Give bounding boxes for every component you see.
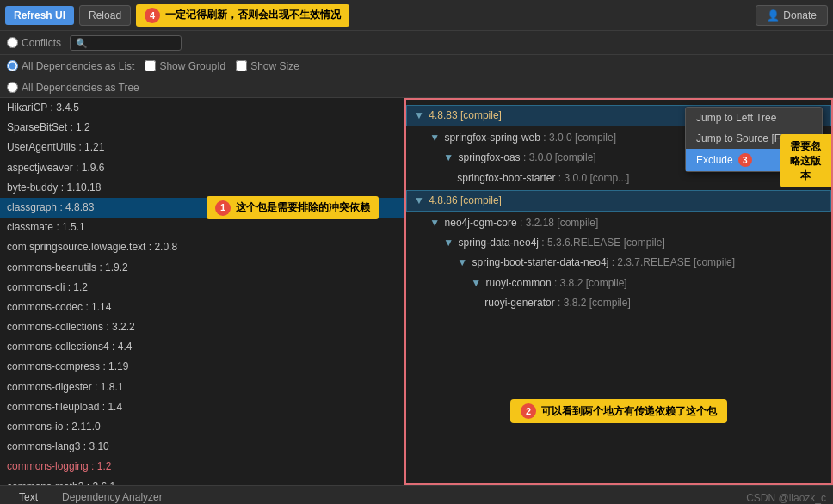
dep-item-io[interactable]: commons-io : 2.11.0 bbox=[0, 417, 404, 437]
donate-icon: 👤 bbox=[767, 9, 780, 22]
left-panel: HikariCP : 3.4.5 SparseBitSet : 1.2 User… bbox=[0, 98, 404, 485]
show-groupid-label[interactable]: Show GroupId bbox=[145, 60, 225, 72]
all-deps-tree-label[interactable]: All Dependencies as Tree bbox=[7, 82, 139, 94]
dep-item-codec[interactable]: commons-codec : 1.14 bbox=[0, 298, 404, 317]
tab-dependency-analyzer[interactable]: Dependency Analyzer bbox=[50, 488, 175, 505]
refresh-button[interactable]: Refresh UI bbox=[5, 6, 74, 25]
dep-item-cli[interactable]: commons-cli : 1.2 bbox=[0, 278, 404, 298]
badge-3: 3 bbox=[738, 153, 752, 167]
dep-item-sparsebitset[interactable]: SparseBitSet : 1.2 bbox=[0, 118, 404, 138]
badge-2: 2 bbox=[521, 403, 536, 419]
conflicts-label: Conflicts bbox=[22, 37, 61, 49]
show-size-text: Show Size bbox=[250, 60, 299, 72]
tab-text[interactable]: Text bbox=[7, 488, 50, 505]
donate-button[interactable]: 👤 Donate bbox=[756, 5, 828, 26]
badge-4: 4 bbox=[145, 8, 160, 23]
radio-list[interactable] bbox=[7, 60, 18, 71]
tree-group-4886[interactable]: ▼ 4.8.86 [compile] bbox=[406, 190, 831, 212]
annotation-1: 1 这个包是需要排除的冲突依赖 bbox=[207, 196, 379, 219]
radio-conflicts: Conflicts bbox=[7, 37, 61, 49]
right-panel: ▼ 4.8.83 [compile] ▼ springfox-spring-we… bbox=[404, 98, 833, 485]
dep-item-hikaricp[interactable]: HikariCP : 3.4.5 bbox=[0, 98, 404, 118]
show-groupid-text: Show GroupId bbox=[159, 60, 225, 72]
all-deps-list-label[interactable]: All Dependencies as List bbox=[7, 60, 134, 72]
radio-tree[interactable] bbox=[7, 82, 18, 93]
dep-item-collections4[interactable]: commons-collections4 : 4.4 bbox=[0, 337, 404, 357]
top-bar: Refresh UI Reload 4 一定记得刷新，否则会出现不生效情况 👤 … bbox=[0, 0, 833, 31]
badge-1: 1 bbox=[215, 200, 231, 216]
tree-node-neo4j-ogm[interactable]: ▼ neo4j-ogm-core : 3.2.18 [compile] bbox=[406, 213, 831, 233]
show-groupid-check[interactable] bbox=[145, 60, 156, 71]
context-jump-left[interactable]: Jump to Left Tree bbox=[686, 108, 822, 128]
dep-item-math3[interactable]: commons-math3 : 3.6.1 bbox=[0, 477, 404, 485]
dep-item-collections[interactable]: commons-collections : 3.2.2 bbox=[0, 317, 404, 337]
dep-item-useragentutils[interactable]: UserAgentUtils : 1.21 bbox=[0, 138, 404, 157]
dep-item-lang3[interactable]: commons-lang3 : 3.10 bbox=[0, 437, 404, 457]
exclude-label: Exclude bbox=[696, 154, 733, 166]
dep-item-classgraph[interactable]: classgraph : 4.8.83 1 这个包是需要排除的冲突依赖 bbox=[0, 198, 404, 218]
annotation-2: 2 可以看到两个地方有传递依赖了这个包 bbox=[510, 399, 727, 423]
tooltip-text: 一定记得刷新，否则会出现不生效情况 bbox=[165, 8, 341, 22]
radio-conflicts-input[interactable] bbox=[7, 37, 18, 48]
tree-node-ruoyi-generator[interactable]: ruoyi-generator : 3.8.2 [compile] bbox=[406, 293, 831, 313]
dep-item-fileupload[interactable]: commons-fileupload : 1.4 bbox=[0, 397, 404, 417]
right-annotation: 需要忽略这版本 bbox=[780, 134, 831, 187]
dep-item-logging[interactable]: commons-logging : 1.2 bbox=[0, 457, 404, 476]
search-input[interactable] bbox=[70, 35, 182, 51]
tree-node-ruoyi-common[interactable]: ▼ ruoyi-common : 3.8.2 [compile] bbox=[406, 274, 831, 293]
tree-node-spring-boot-starter-data-neo4j[interactable]: ▼ spring-boot-starter-data-neo4j : 2.3.7… bbox=[406, 253, 831, 273]
dep-item-digester[interactable]: commons-digester : 1.8.1 bbox=[0, 378, 404, 397]
toolbar-row: Conflicts bbox=[0, 31, 833, 55]
main-content: HikariCP : 3.4.5 SparseBitSet : 1.2 User… bbox=[0, 98, 833, 485]
dep-item-classmate[interactable]: classmate : 1.5.1 bbox=[0, 218, 404, 237]
options-row-1: All Dependencies as List Show GroupId Sh… bbox=[0, 55, 833, 77]
reload-button[interactable]: Reload bbox=[79, 5, 131, 26]
csdn-label: CSDN @liaozk_c bbox=[746, 492, 826, 504]
all-deps-list-text: All Dependencies as List bbox=[22, 60, 134, 72]
donate-label: Donate bbox=[783, 9, 817, 22]
dep-item-compress[interactable]: commons-compress : 1.19 bbox=[0, 357, 404, 377]
tree-node-spring-data-neo4j[interactable]: ▼ spring-data-neo4j : 5.3.6.RELEASE [com… bbox=[406, 233, 831, 253]
show-size-label[interactable]: Show Size bbox=[236, 60, 299, 72]
dep-item-aspectjweaver[interactable]: aspectjweaver : 1.9.6 bbox=[0, 158, 404, 178]
annotation-2-text: 可以看到两个地方有传递依赖了这个包 bbox=[541, 404, 717, 419]
dep-item-bytebuddy[interactable]: byte-buddy : 1.10.18 bbox=[0, 178, 404, 198]
all-deps-tree-text: All Dependencies as Tree bbox=[22, 82, 139, 94]
dep-item-lowagie[interactable]: com.springsource.lowagie.text : 2.0.8 bbox=[0, 237, 404, 257]
bottom-bar: Text Dependency Analyzer CSDN @liaozk_c bbox=[0, 485, 833, 504]
options-row-2: All Dependencies as Tree bbox=[0, 77, 833, 98]
tooltip-box: 4 一定记得刷新，否则会出现不生效情况 bbox=[136, 4, 349, 27]
annotation-1-text: 这个包是需要排除的冲突依赖 bbox=[236, 200, 370, 216]
show-size-check[interactable] bbox=[236, 60, 247, 71]
dep-item-beanutils[interactable]: commons-beanutils : 1.9.2 bbox=[0, 258, 404, 278]
